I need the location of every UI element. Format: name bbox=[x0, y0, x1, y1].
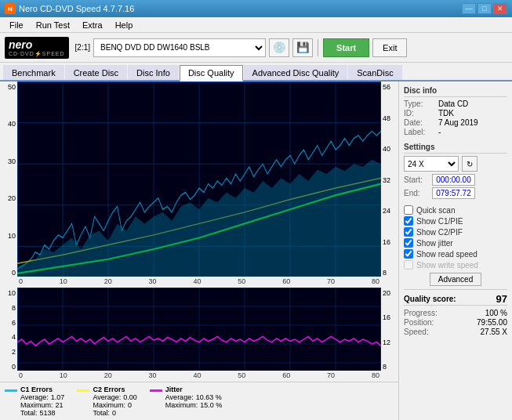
lower-y-right: 20 16 12 8 bbox=[381, 288, 398, 382]
drive-selector: [2:1] BENQ DVD DD DW1640 BSLB bbox=[75, 38, 266, 57]
show-write-speed-checkbox[interactable] bbox=[404, 260, 413, 270]
menu-bar: File Run Test Extra Help bbox=[0, 17, 512, 33]
id-label: ID: bbox=[404, 109, 435, 118]
tab-disc-quality[interactable]: Disc Quality bbox=[180, 65, 243, 81]
read-speed-row: Show read speed bbox=[404, 249, 507, 259]
menu-run-test[interactable]: Run Test bbox=[30, 19, 76, 31]
quality-section: Quality score: 97 bbox=[404, 289, 507, 305]
upper-y-left: 50 40 30 20 10 0 bbox=[0, 81, 17, 288]
disc-info-title: Disc info bbox=[404, 86, 507, 97]
lower-chart: 10 8 6 4 2 0 bbox=[0, 288, 398, 382]
lower-x-axis: 01020304050607080 bbox=[17, 371, 381, 382]
tab-disc-info[interactable]: Disc Info bbox=[128, 65, 179, 80]
c1-color-swatch bbox=[5, 389, 17, 392]
close-button[interactable]: ✕ bbox=[493, 3, 507, 14]
show-jitter-checkbox[interactable] bbox=[404, 238, 413, 248]
menu-extra[interactable]: Extra bbox=[76, 19, 109, 31]
speed-label: Speed: bbox=[404, 328, 429, 336]
show-c2-pif-checkbox[interactable] bbox=[404, 227, 413, 237]
write-speed-row: Show write speed bbox=[404, 260, 507, 270]
upper-x-axis: 01020304050607080 bbox=[17, 277, 381, 288]
refresh-button[interactable]: ↻ bbox=[462, 156, 478, 172]
jitter-legend: Jitter Average: 10.63 % Maximum: 15.0 % bbox=[150, 386, 223, 417]
c1-max-row: Maximum: 21 bbox=[20, 401, 64, 409]
c1-total-row: Total: 5138 bbox=[20, 409, 64, 417]
progress-row: Progress: 100 % bbox=[404, 309, 507, 317]
advanced-button[interactable]: Advanced bbox=[430, 273, 481, 286]
maximize-button[interactable]: □ bbox=[478, 3, 492, 14]
start-button[interactable]: Start bbox=[323, 38, 369, 57]
minimize-button[interactable]: — bbox=[462, 3, 476, 14]
tab-advanced-disc-quality[interactable]: Advanced Disc Quality bbox=[244, 65, 348, 80]
show-c1-pie-checkbox[interactable] bbox=[404, 216, 413, 226]
show-read-speed-checkbox[interactable] bbox=[404, 249, 413, 259]
progress-value: 100 % bbox=[485, 309, 507, 317]
disc-icon-button[interactable]: 💿 bbox=[269, 38, 289, 57]
checkboxes-section: Quick scan Show C1/PIE Show C2/PIF Show … bbox=[404, 205, 507, 270]
c1-legend: C1 Errors Average: 1.07 Maximum: 21 Tota… bbox=[5, 386, 64, 417]
exit-button[interactable]: Exit bbox=[372, 38, 407, 57]
quality-label: Quality score: bbox=[404, 295, 456, 303]
speed-row: Speed: 27.55 X bbox=[404, 328, 507, 336]
speed-row: 24 X Max 1 X 8 X 16 X 32 X ↻ bbox=[404, 156, 507, 172]
toolbar: nero CD·DVD⚡SPEED [2:1] BENQ DVD DD DW16… bbox=[0, 33, 512, 63]
app-icon: N bbox=[5, 3, 16, 14]
end-value: 079:57.72 bbox=[432, 187, 475, 199]
c2-avg-row: Average: 0.00 bbox=[93, 393, 136, 401]
window-title: Nero CD-DVD Speed 4.7.7.16 bbox=[19, 4, 134, 13]
start-label: Start: bbox=[404, 176, 429, 184]
quick-scan-row: Quick scan bbox=[404, 205, 507, 215]
c2-pif-label: Show C2/PIF bbox=[416, 228, 463, 237]
upper-y-right: 56 48 40 32 24 16 8 bbox=[381, 81, 398, 288]
quality-value: 97 bbox=[496, 293, 507, 305]
date-value: 7 Aug 2019 bbox=[438, 118, 478, 127]
jitter-cb-label: Show jitter bbox=[416, 239, 453, 248]
quick-scan-checkbox[interactable] bbox=[404, 205, 413, 215]
settings-title: Settings bbox=[404, 143, 507, 154]
save-icon-button[interactable]: 💾 bbox=[292, 38, 313, 57]
disc-label-label: Label: bbox=[404, 128, 435, 136]
menu-file[interactable]: File bbox=[3, 19, 30, 31]
tab-scan-disc[interactable]: ScanDisc bbox=[348, 65, 401, 80]
jitter-label: Jitter bbox=[165, 386, 223, 393]
position-label: Position: bbox=[404, 318, 434, 327]
c1-pie-row: Show C1/PIE bbox=[404, 216, 507, 226]
type-label: Type: bbox=[404, 100, 435, 108]
end-label: End: bbox=[404, 189, 429, 197]
write-speed-label: Show write speed bbox=[416, 261, 478, 270]
tab-benchmark[interactable]: Benchmark bbox=[3, 65, 64, 80]
progress-section: Progress: 100 % Position: 79:55.00 Speed… bbox=[404, 305, 507, 336]
progress-label: Progress: bbox=[404, 309, 438, 317]
upper-chart-svg bbox=[17, 81, 381, 288]
nero-subtitle: CD·DVD⚡SPEED bbox=[9, 51, 65, 57]
disc-label-value: - bbox=[438, 128, 441, 136]
c1-avg-row: Average: 1.07 bbox=[20, 393, 64, 401]
c2-label: C2 Errors bbox=[93, 386, 136, 393]
upper-chart: 50 40 30 20 10 0 bbox=[0, 81, 398, 288]
speed-value: 27.55 X bbox=[481, 328, 507, 336]
lower-y-left: 10 8 6 4 2 0 bbox=[0, 288, 17, 382]
jitter-row: Show jitter bbox=[404, 238, 507, 248]
jitter-avg-row: Average: 10.63 % bbox=[165, 393, 223, 401]
drive-dropdown[interactable]: BENQ DVD DD DW1640 BSLB bbox=[93, 38, 266, 57]
tab-create-disc[interactable]: Create Disc bbox=[65, 65, 127, 80]
legend: C1 Errors Average: 1.07 Maximum: 21 Tota… bbox=[0, 382, 398, 420]
info-panel: Disc info Type: Data CD ID: TDK Date: 7 … bbox=[398, 81, 512, 420]
speed-dropdown[interactable]: 24 X Max 1 X 8 X 16 X 32 X bbox=[404, 156, 459, 172]
type-value: Data CD bbox=[438, 100, 468, 108]
position-row: Position: 79:55.00 bbox=[404, 318, 507, 327]
menu-help[interactable]: Help bbox=[109, 19, 140, 31]
c2-total-row: Total: 0 bbox=[93, 409, 136, 417]
nero-logo: nero bbox=[9, 38, 65, 51]
c2-pif-row: Show C2/PIF bbox=[404, 227, 507, 237]
settings-section: Settings 24 X Max 1 X 8 X 16 X 32 X ↻ St… bbox=[404, 143, 507, 199]
read-speed-label: Show read speed bbox=[416, 250, 478, 259]
charts-container: 50 40 30 20 10 0 bbox=[0, 81, 398, 382]
id-value: TDK bbox=[438, 109, 454, 118]
main-content: 50 40 30 20 10 0 bbox=[0, 81, 512, 420]
start-value: 000:00.00 bbox=[432, 174, 475, 186]
c2-legend: C2 Errors Average: 0.00 Maximum: 0 Total… bbox=[77, 386, 136, 417]
c2-color-swatch bbox=[77, 389, 89, 392]
jitter-color-swatch bbox=[150, 389, 162, 392]
start-time-row: Start: 000:00.00 bbox=[404, 174, 507, 186]
